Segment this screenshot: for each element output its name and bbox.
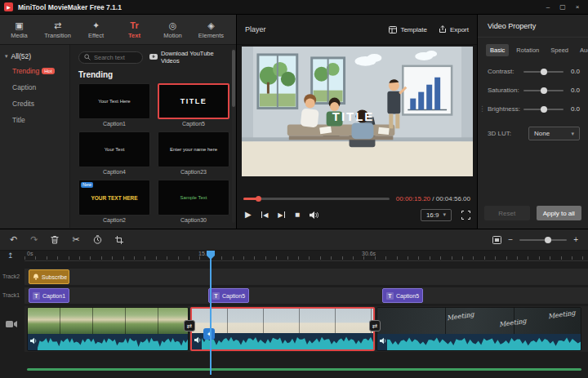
text-clip-caption5[interactable]: TCaption5 [382,288,423,303]
text-clip-icon: T [212,292,220,300]
template-item[interactable]: Your Text Caption4 [78,131,150,178]
effect-icon: ✦ [92,20,100,30]
zoom-slider-handle[interactable] [545,237,551,243]
caret-down-icon: ▾ [5,53,8,60]
zoom-out-button[interactable]: − [508,235,513,244]
clip-filmstrip: Meeting Meeting Meeting [377,308,581,334]
element-clip-icon [33,273,39,280]
search-icon [84,54,91,60]
music-track[interactable] [27,368,581,371]
video-clip-meeting-selected[interactable] [190,307,375,351]
transition-indicator[interactable]: ⇄ [369,320,381,331]
media-icon: ▣ [15,20,23,30]
template-item-selected[interactable]: TITLE Caption5 [158,83,229,130]
text-clip-icon: T [33,292,40,300]
download-youtube-button[interactable]: Download YouTube Videos [149,50,228,64]
redo-icon[interactable]: ↷ [30,235,38,244]
volume-button[interactable] [310,211,318,220]
delete-icon[interactable] [51,235,59,244]
saturation-slider[interactable] [523,90,564,91]
previous-frame-button[interactable]: ◀ [261,211,269,219]
tab-text[interactable]: TrText [115,15,154,44]
aspect-ratio-dropdown[interactable]: 16:9▾ [421,209,452,221]
seek-bar[interactable] [243,198,390,200]
template-scrollbar[interactable] [232,48,235,223]
template-item[interactable]: NewYOUR TEXT HERE Caption2 [78,180,150,226]
minimize-button[interactable]: – [541,2,555,13]
maximize-button[interactable]: ▢ [556,2,569,13]
brightness-slider[interactable] [523,109,564,110]
sidebar-item-title[interactable]: Title [0,112,69,128]
lut-dropdown[interactable]: None▾ [528,127,580,140]
slider-handle[interactable] [541,106,547,113]
tab-audio[interactable]: Audio [576,44,588,56]
template-button[interactable]: Template [389,25,426,33]
speaker-icon[interactable] [194,336,202,344]
speed-icon[interactable] [93,235,102,244]
tab-basic[interactable]: Basic [486,44,509,56]
undo-icon[interactable]: ↶ [10,235,17,244]
speaker-icon[interactable] [380,337,387,345]
seek-handle[interactable] [256,196,261,202]
video-clip-chalkboard[interactable]: Meeting Meeting Meeting [376,307,581,351]
playhead[interactable] [210,251,212,375]
template-grid-icon [389,26,397,33]
text-clip-caption5[interactable]: TCaption5 [208,288,249,303]
reset-button[interactable]: Reset [484,206,530,220]
apply-to-all-button[interactable]: Apply to all [537,206,582,220]
text-icon: Tr [130,20,138,30]
tab-transition[interactable]: ⇄Transition [38,15,77,44]
slider-handle[interactable] [541,87,547,94]
tab-media[interactable]: ▣Media [0,15,38,44]
text-clip-caption1[interactable]: TCaption1 [29,288,69,303]
template-item[interactable]: Your Text Here Caption1 [78,83,150,130]
zoom-fit-icon[interactable] [492,236,501,244]
tab-elements[interactable]: ◈Elements [192,15,230,44]
timeline-zoom-slider[interactable] [519,239,567,241]
template-item[interactable]: Sample Text Caption30 [158,180,229,226]
sidebar-item-credits[interactable]: Credits [0,96,69,112]
element-clip-subscribe[interactable]: Subscribe [29,269,69,284]
crop-icon[interactable] [115,236,123,244]
speaker-icon[interactable] [30,337,38,345]
saturation-value: 0.0 [564,87,580,94]
tab-speed[interactable]: Speed [546,44,572,56]
sidebar-item-caption[interactable]: Caption [0,79,69,96]
tab-effect[interactable]: ✦Effect [77,15,115,44]
close-button[interactable]: × [571,2,584,13]
track2-label: Track2 [2,273,20,279]
template-item[interactable]: Enter your name here Caption23 [158,131,229,178]
window-title: MiniTool MovieMaker Free 7.1.1 [18,3,122,11]
playhead-effect-badge[interactable]: ✦ [203,328,215,340]
motion-icon: ◎ [169,20,177,30]
scrollbar-thumb[interactable] [232,50,235,107]
video-clip-park[interactable] [27,307,189,351]
template-grid: Your Text Here Caption1 TITLE Caption5 Y… [78,83,228,228]
next-frame-button[interactable]: ▶ [278,211,285,219]
tab-motion[interactable]: ◎Motion [154,15,192,44]
player-title: Player [245,25,266,33]
zoom-in-button[interactable]: + [573,235,578,244]
video-preview[interactable]: TITLE [242,47,473,176]
search-input[interactable]: Search text [78,51,143,64]
category-filter-dropdown[interactable]: ▾All(52) [0,50,69,63]
caret-down-icon: ▾ [443,211,446,218]
play-button[interactable]: ▶ [245,211,252,219]
fullscreen-button[interactable] [461,211,470,220]
timeline-ruler[interactable]: 0s 15.6s 30.6s [24,251,588,261]
video-property-panel: Video Property ⋮ Basic Rotation Speed Au… [478,15,588,229]
template-thumbnail: Your Text [78,131,150,167]
scroll-to-playhead-icon[interactable]: ↥ [7,252,14,260]
panel-resize-handle[interactable]: ⋮ [479,105,486,113]
titlebar: ▶ MiniTool MovieMaker Free 7.1.1 – ▢ × [0,0,588,15]
preview-scene: TITLE [242,47,473,176]
stop-button[interactable]: ■ [295,211,300,219]
split-icon[interactable]: ✂ [72,235,79,244]
track-row-2 [24,269,588,285]
export-button[interactable]: Export [439,25,469,33]
sidebar-item-trending[interactable]: TrendingHot [0,63,69,79]
tab-rotation[interactable]: Rotation [512,44,543,56]
slider-handle[interactable] [541,69,547,75]
transition-indicator[interactable]: ⇄ [184,320,195,331]
contrast-slider[interactable] [523,71,564,73]
